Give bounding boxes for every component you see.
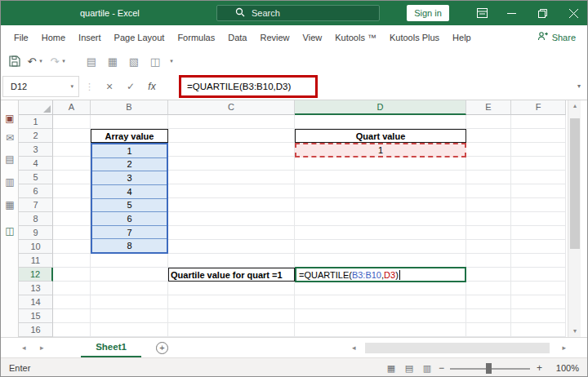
tab-home[interactable]: Home [35,25,72,50]
side-pane-icon-3[interactable]: ▤ [1,151,19,167]
tab-kutools-plus[interactable]: Kutools Plus [383,25,446,50]
side-pane-icon-1[interactable]: ▣ [1,110,19,126]
side-pane-icon-4[interactable]: ▥ [1,174,19,190]
cell-D14[interactable] [295,295,466,309]
cell-F13[interactable] [511,282,566,295]
cell-C14[interactable] [168,295,295,309]
cell-C16[interactable] [168,323,295,337]
search-box[interactable]: Search [216,5,380,21]
new-sheet-button[interactable]: + [156,342,168,354]
cell-E13[interactable] [466,282,511,295]
column-header-b[interactable]: B [91,100,168,115]
ribbon-display-options-icon[interactable] [468,1,496,25]
row-header-2[interactable]: 2 [19,129,53,143]
cell-A3[interactable] [53,143,91,157]
scroll-left-icon[interactable]: ◂ [352,342,356,354]
page-layout-view-icon[interactable]: ▤ [401,358,417,377]
zoom-slider-thumb[interactable] [486,363,492,374]
row-header-14[interactable]: 14 [19,295,53,309]
row-header-16[interactable]: 16 [19,323,53,337]
vertical-scrollbar[interactable]: ▴ ▾ [568,100,581,337]
side-pane-icon-2[interactable]: ✉ [1,130,19,146]
tab-file[interactable]: File [7,25,35,50]
cell-D13[interactable] [295,282,466,295]
cell-b6[interactable]: 4 [92,185,167,199]
row-header-10[interactable]: 10 [19,240,53,254]
select-all-button[interactable] [19,100,53,115]
cell-E4[interactable] [466,157,511,171]
sign-in-button[interactable]: Sign in [407,5,449,21]
side-pane-icon-6[interactable]: ◫ [1,223,19,239]
cell-C13[interactable] [168,282,295,295]
close-button[interactable] [559,1,587,25]
cell-A12[interactable] [53,268,91,282]
scroll-up-icon[interactable]: ▴ [568,100,581,112]
cell-B12[interactable] [91,268,168,282]
cell-F8[interactable] [511,212,566,226]
page-break-view-icon[interactable]: ▥ [419,358,435,377]
cell-E8[interactable] [466,212,511,226]
scroll-down-icon[interactable]: ▾ [568,326,581,337]
share-button[interactable]: Share [537,25,576,50]
cell-d12-formula[interactable]: =QUARTILE(B3:B10,D3) [295,267,466,282]
cell-E11[interactable] [466,254,511,268]
cell-E6[interactable] [466,184,511,198]
cell-F12[interactable] [511,268,566,282]
cell-D16[interactable] [295,323,466,337]
row-header-4[interactable]: 4 [19,157,53,171]
cell-C5[interactable] [168,171,295,184]
cell-F11[interactable] [511,254,566,268]
cell-F6[interactable] [511,184,566,198]
cell-d2-quart-header[interactable]: Quart value [295,129,466,143]
cell-C10[interactable] [168,240,295,254]
cell-A9[interactable] [53,226,91,240]
cell-b7[interactable]: 5 [92,199,167,213]
save-icon[interactable] [7,50,22,73]
toolbar-icon-2[interactable]: ▦ [105,50,120,73]
cell-A15[interactable] [53,309,91,323]
cell-D15[interactable] [295,309,466,323]
column-header-e[interactable]: E [466,100,511,115]
cell-F4[interactable] [511,157,566,171]
cancel-icon[interactable]: × [100,73,118,100]
toolbar-icon-1[interactable]: ▤ [84,50,99,73]
column-header-a[interactable]: A [53,100,91,115]
restore-button[interactable] [528,1,556,25]
cell-c12-label[interactable]: Quartile value for quart =1 [168,268,295,282]
row-header-1[interactable]: 1 [19,115,53,129]
zoom-out-icon[interactable]: − [439,358,444,377]
cell-F15[interactable] [511,309,566,323]
vertical-scrollbar-thumb[interactable] [570,118,580,249]
cell-B1[interactable] [91,115,168,129]
cell-b2-array-header[interactable]: Array value [91,129,168,143]
cell-E14[interactable] [466,295,511,309]
cell-D7[interactable] [295,198,466,212]
insert-function-button[interactable]: fx [143,73,161,100]
tab-help[interactable]: Help [446,25,478,50]
cell-E2[interactable] [466,129,511,143]
row-header-12[interactable]: 12 [19,268,53,282]
cell-F3[interactable] [511,143,566,157]
cell-D10[interactable] [295,240,466,254]
cell-C7[interactable] [168,198,295,212]
row-header-7[interactable]: 7 [19,198,53,212]
minimize-button[interactable] [497,1,525,25]
cell-A14[interactable] [53,295,91,309]
customize-toolbar-icon[interactable]: ▾ [167,50,176,73]
cell-C4[interactable] [168,157,295,171]
cell-A1[interactable] [53,115,91,129]
row-header-6[interactable]: 6 [19,184,53,198]
normal-view-icon[interactable]: ▦ [383,358,399,377]
cell-E3[interactable] [466,143,511,157]
toolbar-icon-3[interactable]: ▧ [127,50,141,73]
cell-b3[interactable]: 1 [92,144,167,158]
cell-A6[interactable] [53,184,91,198]
formula-bar-input[interactable]: =QUARTILE(B3:B10,D3) [187,73,291,100]
cell-A16[interactable] [53,323,91,337]
cell-E15[interactable] [466,309,511,323]
cell-F16[interactable] [511,323,566,337]
sheet-tab-sheet1[interactable]: Sheet1 [81,338,141,358]
cell-E16[interactable] [466,323,511,337]
redo-dropdown-icon[interactable]: ▾ [60,50,67,73]
toolbar-icon-4[interactable]: ◫ [148,50,163,73]
